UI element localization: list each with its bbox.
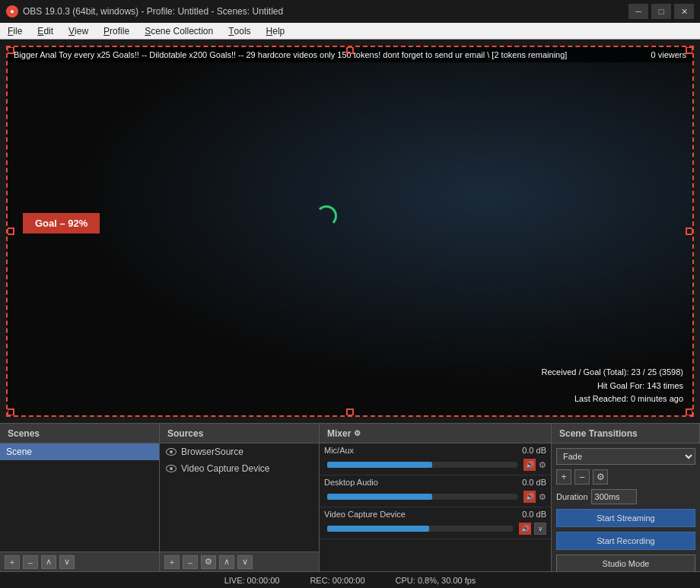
menu-tools[interactable]: Tools bbox=[221, 23, 258, 39]
mixer-channel-desktop: Desktop Audio 0.0 dB 🔊 ⚙ bbox=[320, 475, 551, 507]
mixer-label-mic: Mic/Aux bbox=[324, 446, 354, 455]
sources-list: BrowserSource Video Capture Device bbox=[160, 443, 319, 551]
scene-add-button[interactable]: + bbox=[5, 555, 20, 569]
panels-row: Scene + – ∧ ∨ BrowserSource Video Captur… bbox=[0, 443, 700, 571]
stats-overlay: Received / Goal (Total): 23 / 25 (3598) … bbox=[542, 366, 683, 406]
rec-status: REC: 00:00:00 bbox=[310, 576, 364, 585]
start-streaming-button[interactable]: Start Streaming bbox=[556, 509, 695, 527]
menu-help[interactable]: Help bbox=[259, 23, 293, 39]
source-remove-button[interactable]: – bbox=[183, 555, 198, 569]
eye-icon-video-capture bbox=[166, 465, 177, 472]
goal-badge: Goal – 92% bbox=[23, 213, 100, 234]
close-button[interactable]: ✕ bbox=[674, 4, 694, 19]
scenes-panel-header: Scenes bbox=[0, 424, 160, 443]
mute-button-video[interactable]: 🔊 bbox=[519, 523, 531, 535]
mixer-fader-desktop[interactable] bbox=[327, 494, 517, 500]
transitions-panel-header: Scene Transitions bbox=[552, 424, 700, 443]
transition-type-select[interactable]: Fade Cut Swipe Slide Stinger Fade to Col… bbox=[556, 448, 695, 465]
handle-top-left[interactable] bbox=[7, 46, 14, 54]
transitions-label: Scene Transitions bbox=[559, 428, 638, 439]
source-item-video-capture[interactable]: Video Capture Device bbox=[160, 460, 319, 477]
mute-button-mic[interactable]: 🔊 bbox=[523, 459, 536, 471]
menu-file[interactable]: File bbox=[0, 23, 30, 39]
mixer-label: Mixer bbox=[327, 428, 351, 439]
handle-mid-right[interactable] bbox=[686, 227, 693, 235]
titlebar: ● OBS 19.0.3 (64bit, windows) - Profile:… bbox=[0, 0, 700, 23]
menubar: File Edit View Profile Scene Collection … bbox=[0, 23, 700, 40]
mute-button-desktop[interactable]: 🔊 bbox=[523, 491, 536, 503]
mixer-db-video: 0.0 dB bbox=[522, 510, 546, 519]
stat-hit-goal: Hit Goal For: 143 times bbox=[542, 380, 683, 393]
stat-received-goal: Received / Goal (Total): 23 / 25 (3598) bbox=[542, 366, 683, 380]
eye-icon-browser bbox=[166, 448, 177, 456]
transition-add-button[interactable]: + bbox=[556, 469, 571, 485]
titlebar-left: ● OBS 19.0.3 (64bit, windows) - Profile:… bbox=[6, 5, 283, 17]
handle-bottom-left[interactable] bbox=[7, 408, 14, 416]
handle-top-right[interactable] bbox=[686, 46, 693, 54]
source-move-down-button[interactable]: ∨ bbox=[237, 555, 253, 569]
statusbar: LIVE: 00:00:00 REC: 00:00:00 CPU: 0.8%, … bbox=[0, 571, 700, 588]
sources-panel-header: Sources bbox=[160, 424, 320, 443]
minimize-button[interactable]: ─ bbox=[628, 4, 648, 19]
source-configure-button[interactable]: ⚙ bbox=[201, 555, 216, 569]
mixer-channel-video-capture: Video Capture Device 0.0 dB 🔊 ∨ bbox=[320, 507, 551, 539]
mixer-fader-video[interactable] bbox=[327, 526, 513, 532]
scene-remove-button[interactable]: – bbox=[23, 555, 38, 569]
duration-input[interactable] bbox=[591, 489, 637, 504]
transitions-content: Fade Cut Swipe Slide Stinger Fade to Col… bbox=[552, 443, 700, 588]
sources-toolbar: + – ⚙ ∧ ∨ bbox=[160, 551, 319, 571]
scenes-toolbar: + – ∧ ∨ bbox=[0, 551, 159, 571]
mixer-row-desktop: 🔊 ⚙ bbox=[324, 489, 546, 504]
maximize-button[interactable]: □ bbox=[651, 4, 671, 19]
mixer-fader-fill-video bbox=[327, 526, 429, 532]
transition-select-row: Fade Cut Swipe Slide Stinger Fade to Col… bbox=[556, 448, 695, 465]
sources-panel: BrowserSource Video Capture Device + – ⚙… bbox=[160, 443, 320, 571]
source-label-browser: BrowserSource bbox=[181, 447, 243, 457]
handle-bottom-right[interactable] bbox=[686, 408, 693, 416]
cpu-status: CPU: 0.8%, 30.00 fps bbox=[396, 576, 476, 585]
sources-label: Sources bbox=[167, 428, 203, 439]
mixer-row-video: 🔊 ∨ bbox=[324, 521, 546, 536]
mixer-db-desktop: 0.0 dB bbox=[522, 478, 546, 487]
transition-configure-button[interactable]: ⚙ bbox=[593, 469, 608, 485]
menu-edit[interactable]: Edit bbox=[30, 23, 61, 39]
transition-toolbar: + – ⚙ bbox=[556, 469, 695, 485]
handle-top-mid[interactable] bbox=[346, 46, 354, 54]
mixer-expand-video[interactable]: ∨ bbox=[534, 523, 546, 535]
studio-mode-button[interactable]: Studio Mode bbox=[556, 555, 695, 573]
mixer-row-mic: 🔊 ⚙ bbox=[324, 457, 546, 472]
live-status: LIVE: 00:00:00 bbox=[224, 576, 280, 585]
source-move-up-button[interactable]: ∧ bbox=[219, 555, 234, 569]
scene-move-down-button[interactable]: ∨ bbox=[59, 555, 75, 569]
handle-mid-left[interactable] bbox=[7, 227, 14, 235]
loading-spinner bbox=[316, 205, 337, 227]
menu-profile[interactable]: Profile bbox=[96, 23, 137, 39]
start-recording-button[interactable]: Start Recording bbox=[556, 532, 695, 550]
viewers-count: 0 viewers bbox=[651, 50, 686, 59]
mixer-gear-icon[interactable]: ⚙ bbox=[354, 429, 361, 437]
mixer-panel: Mic/Aux 0.0 dB 🔊 ⚙ Desktop Audio bbox=[320, 443, 552, 571]
source-add-button[interactable]: + bbox=[164, 555, 180, 569]
mixer-fader-fill-desktop bbox=[327, 494, 432, 500]
mixer-channel-mic-aux: Mic/Aux 0.0 dB 🔊 ⚙ bbox=[320, 443, 551, 475]
scene-item[interactable]: Scene bbox=[0, 443, 159, 460]
source-label-video-capture: Video Capture Device bbox=[181, 463, 270, 474]
mixer-label-video: Video Capture Device bbox=[324, 510, 406, 519]
transition-remove-button[interactable]: – bbox=[574, 469, 590, 485]
handle-bottom-mid[interactable] bbox=[346, 408, 354, 416]
titlebar-controls: ─ □ ✕ bbox=[628, 4, 694, 19]
scene-move-up-button[interactable]: ∧ bbox=[41, 555, 56, 569]
source-item-browser[interactable]: BrowserSource bbox=[160, 443, 319, 460]
mixer-fader-mic[interactable] bbox=[327, 462, 517, 468]
scenes-list: Scene bbox=[0, 443, 159, 551]
mixer-channel-top-mic: Mic/Aux 0.0 dB bbox=[324, 446, 546, 455]
obs-icon: ● bbox=[6, 5, 18, 17]
mixer-settings-desktop[interactable]: ⚙ bbox=[539, 492, 546, 502]
menu-view[interactable]: View bbox=[61, 23, 96, 39]
mixer-label-desktop: Desktop Audio bbox=[324, 478, 378, 487]
mixer-settings-mic[interactable]: ⚙ bbox=[539, 460, 546, 470]
mixer-channel-top-desktop: Desktop Audio 0.0 dB bbox=[324, 478, 546, 487]
menu-scene-collection[interactable]: Scene Collection bbox=[137, 23, 221, 39]
titlebar-title: OBS 19.0.3 (64bit, windows) - Profile: U… bbox=[23, 6, 283, 17]
mixer-panel-header: Mixer ⚙ bbox=[320, 424, 552, 443]
